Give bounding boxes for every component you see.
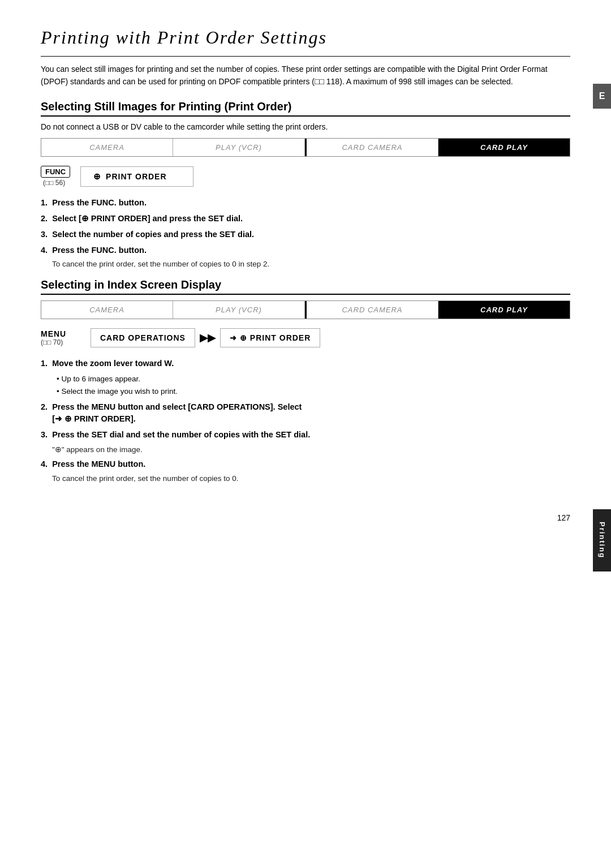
step1-3: 3. Select the number of copies and press… <box>41 229 570 241</box>
mode-card-camera-1: CARD CAMERA <box>307 139 438 156</box>
menu-print-icon: ⊕ <box>240 333 247 342</box>
section1-title: Selecting Still Images for Printing (Pri… <box>41 100 570 117</box>
step2-2: 2. Press the MENU button and select [CAR… <box>41 401 570 426</box>
top-rule <box>41 56 570 57</box>
print-order-icon: ⊕ <box>93 171 101 182</box>
menu-arrow: ▶▶ <box>195 332 220 344</box>
menu-ref: (□□ 70) <box>41 338 63 346</box>
intro-text: You can select still images for printing… <box>41 63 570 88</box>
step2-1: 1. Move the zoom lever toward W. <box>41 358 570 370</box>
bullet-item: Up to 6 images appear. <box>57 373 570 385</box>
func-menu-label: PRINT ORDER <box>106 172 166 181</box>
func-ref: (□□ 56) <box>41 179 65 187</box>
mode-camera-1: CAMERA <box>41 139 173 156</box>
mode-bar-1: CAMERA PLAY (VCR) CARD CAMERA CARD PLAY <box>41 138 570 157</box>
menu-badge: MENU <box>41 329 66 338</box>
step2-4-note: To cancel the print order, set the numbe… <box>41 474 570 483</box>
mode-card-camera-2: CARD CAMERA <box>307 301 438 319</box>
step2-1-bullets: Up to 6 images appear. Select the image … <box>41 373 570 398</box>
step2-3-note: "⊕" appears on the image. <box>41 445 570 454</box>
menu-area: MENU (□□ 70) CARD OPERATIONS ▶▶ ➜ ⊕ PRIN… <box>41 328 570 347</box>
mode-card-play-1: CARD PLAY <box>438 139 570 156</box>
func-area: FUNC (□□ 56) ⊕ PRINT ORDER <box>41 166 570 187</box>
step2-4: 4. Press the MENU button. <box>41 458 570 471</box>
func-menu-box: ⊕ PRINT ORDER <box>80 166 193 187</box>
menu-label-box: MENU (□□ 70) <box>41 329 80 346</box>
mode-bar-2: CAMERA PLAY (VCR) CARD CAMERA CARD PLAY <box>41 300 570 319</box>
menu-arrow-right: ➜ <box>230 333 237 342</box>
menu-print-order-label: PRINT ORDER <box>250 333 311 342</box>
mode-card-play-2: CARD PLAY <box>438 301 570 319</box>
page-number: 127 <box>557 513 570 522</box>
bullet-item: Select the image you wish to print. <box>57 386 570 397</box>
section1-subtitle: Do not connect a USB or DV cable to the … <box>41 122 570 131</box>
section2-title: Selecting in Index Screen Display <box>41 278 570 295</box>
func-label-box: FUNC (□□ 56) <box>41 166 70 187</box>
step1-4-note: To cancel the print order, set the numbe… <box>41 260 570 268</box>
section1-steps: 1. Press the FUNC. button. 2. Select [⊕ … <box>41 197 570 268</box>
step1-2: 2. Select [⊕ PRINT ORDER] and press the … <box>41 213 570 225</box>
side-tab-printing: Printing <box>593 509 611 571</box>
step1-4: 4. Press the FUNC. button. <box>41 244 570 257</box>
menu-print-order: ➜ ⊕ PRINT ORDER <box>220 328 320 347</box>
step2-3: 3. Press the SET dial and set the number… <box>41 429 570 441</box>
section2-steps: 1. Move the zoom lever toward W. Up to 6… <box>41 358 570 482</box>
side-tab-e: E <box>593 84 611 109</box>
mode-play-vcr-2: PLAY (VCR) <box>173 301 305 319</box>
mode-camera-2: CAMERA <box>41 301 173 319</box>
menu-card-operations: CARD OPERATIONS <box>91 328 195 347</box>
menu-boxes: CARD OPERATIONS ▶▶ ➜ ⊕ PRINT ORDER <box>91 328 320 347</box>
step1-1: 1. Press the FUNC. button. <box>41 197 570 209</box>
func-badge: FUNC <box>41 166 70 178</box>
page-title: Printing with Print Order Settings <box>41 27 570 48</box>
mode-play-vcr-1: PLAY (VCR) <box>173 139 305 156</box>
